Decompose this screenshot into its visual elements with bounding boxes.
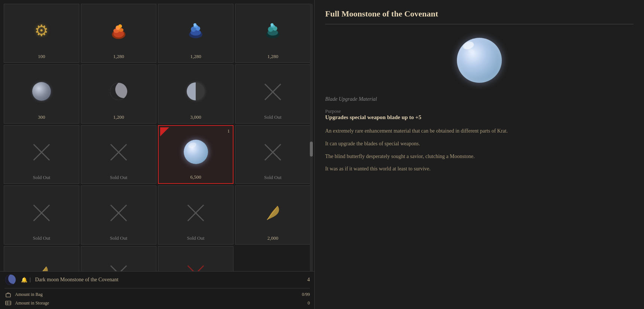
cell-sold-out: Sold Out	[33, 216, 51, 241]
grid-cell-2[interactable]: 1,280	[81, 4, 156, 63]
scrollbar-thumb[interactable]	[310, 142, 313, 157]
cell-sold-out: Sold Out	[264, 96, 282, 120]
svg-point-11	[193, 23, 196, 26]
bottom-item-count: 4	[307, 277, 310, 283]
svg-point-17	[271, 23, 274, 26]
storage-label: Amount in Storage	[15, 300, 288, 306]
detail-purpose-value: Upgrades special weapon blade up to +5	[325, 114, 634, 121]
cell-sold-out: Sold Out	[264, 156, 282, 181]
description-4: It was as if it wanted this world at lea…	[325, 164, 634, 173]
detail-purpose-label: Purpose	[325, 108, 634, 114]
bottom-item-name: Dark moon Moonstone of the Covenant	[35, 277, 303, 283]
description-2: It can upgrade the blades of special wea…	[325, 139, 634, 148]
grid-cell-8[interactable]: Sold Out	[235, 64, 311, 124]
grid-cell-10[interactable]: Sold Out	[81, 125, 156, 184]
detail-title: Full Moonstone of the Covenant	[325, 9, 634, 24]
bottom-bar: 🔔 | Dark moon Moonstone of the Covenant …	[0, 271, 314, 309]
grid-cell-15[interactable]: Sold Out	[158, 185, 234, 245]
bottom-item-preview: 🔔 | Dark moon Moonstone of the Covenant …	[4, 274, 310, 288]
item-detail-panel: Full Moonstone of the Covenant Blade Upg…	[314, 0, 644, 309]
item-grid: ⚙ 100 1,280	[4, 4, 311, 305]
storage-stat-row: Amount in Storage 0	[4, 299, 310, 307]
cell-sold-out: Sold Out	[33, 156, 51, 181]
new-badge	[160, 127, 169, 136]
cell-price: 6,500	[190, 155, 201, 180]
item-grid-panel: ⚙ 100 1,280	[0, 0, 314, 309]
detail-image-container	[325, 30, 634, 90]
svg-rect-20	[6, 294, 10, 297]
grid-cell-7[interactable]: 3,000	[158, 64, 234, 124]
cell-sold-out: Sold Out	[187, 216, 205, 241]
grid-cell-11[interactable]: 1 6,500	[158, 125, 234, 184]
description-3: The blind butterfly desperately sought a…	[325, 152, 634, 161]
bag-label: Amount in Bag	[15, 292, 288, 297]
cell-price: 2,000	[267, 216, 278, 241]
description-1: An extremely rare enhancement material t…	[325, 127, 634, 136]
cell-price: 1,200	[113, 96, 124, 120]
grid-cell-9[interactable]: Sold Out	[4, 125, 79, 184]
detail-purpose-section: Purpose Upgrades special weapon blade up…	[325, 108, 634, 121]
grid-cell-6[interactable]: 1,200	[81, 64, 156, 124]
cell-price: 100	[38, 35, 45, 60]
bell-icon: 🔔	[21, 277, 27, 283]
detail-category: Blade Upgrade Material	[325, 96, 634, 102]
svg-point-5	[118, 24, 122, 28]
grid-cell-12[interactable]: Sold Out	[235, 125, 311, 184]
detail-description: An extremely rare enhancement material t…	[325, 127, 634, 177]
cell-price: 3,000	[190, 96, 201, 120]
cell-quantity: 1	[228, 128, 230, 134]
scrollbar[interactable]	[310, 4, 313, 279]
storage-icon	[4, 299, 12, 307]
cell-price: 1,280	[190, 35, 201, 60]
grid-cell-3[interactable]: 1,280	[158, 4, 234, 63]
cell-price: 1,280	[113, 35, 124, 60]
bag-stat-row: Amount in Bag 0/99	[4, 291, 310, 298]
cell-sold-out: Sold Out	[110, 156, 128, 181]
grid-cell-16[interactable]: 2,000	[235, 185, 311, 245]
grid-cell-13[interactable]: Sold Out	[4, 185, 79, 245]
bag-value: 0/99	[291, 292, 310, 297]
moonstone-image	[457, 38, 502, 83]
storage-value: 0	[291, 300, 310, 306]
grid-cell-4[interactable]: 1,280	[235, 4, 311, 63]
main-container: ⚙ 100 1,280	[0, 0, 644, 309]
bottom-divider: |	[30, 277, 31, 283]
cell-price: 300	[38, 96, 45, 120]
grid-cell-14[interactable]: Sold Out	[81, 185, 156, 245]
grid-cell-5[interactable]: 300	[4, 64, 79, 124]
bottom-moon-icon	[4, 274, 16, 286]
bag-icon	[4, 291, 12, 298]
bottom-stats: Amount in Bag 0/99 Amount in Storage 0	[4, 291, 310, 307]
cell-sold-out: Sold Out	[110, 216, 128, 241]
cell-price: 1,280	[267, 35, 278, 60]
grid-cell-1[interactable]: ⚙ 100	[4, 4, 79, 63]
